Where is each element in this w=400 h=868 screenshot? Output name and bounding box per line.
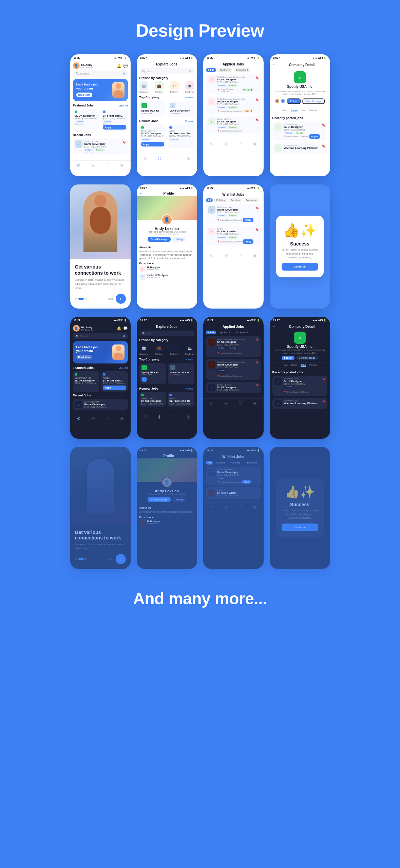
- profile-nav[interactable]: ◉: [253, 505, 256, 509]
- home-nav[interactable]: ⊙: [210, 505, 213, 509]
- spotify-card[interactable]: ♪ Spotify USA Inc 9 Jobs open: [139, 101, 166, 117]
- explore-nav[interactable]: ◎: [224, 141, 228, 146]
- home-nav[interactable]: ⊙: [210, 401, 213, 406]
- dark-company-job-1[interactable]: ♪ Spotify USA Inc Sr. UI Designer $100 -…: [272, 376, 327, 396]
- view-all[interactable]: View All: [185, 120, 194, 122]
- company-job-1[interactable]: ♪ Spotify USA Inc Sr. UI Designer $100 -…: [272, 121, 327, 141]
- tab-jobs[interactable]: Jobs: [301, 109, 306, 112]
- back-icon[interactable]: ←: [272, 62, 277, 66]
- explore-nav[interactable]: ◎: [91, 416, 95, 421]
- featured-job-1[interactable]: Sr. UX Designer $100 - $12,000/Mont Full…: [73, 109, 100, 131]
- wishlist-job-1[interactable]: V Valve Corporation Game Developer $100 …: [206, 204, 261, 224]
- explore-nav[interactable]: ◎: [158, 156, 161, 161]
- search-bar[interactable]: 🔍 Search...: [139, 331, 194, 336]
- follow-button-dark[interactable]: Follow: [282, 356, 294, 360]
- tab-applied[interactable]: Applied 9: [217, 68, 232, 72]
- featured-job-dark-1[interactable]: Spotify USA Inc Sr. UX Designer $100 - $…: [73, 371, 100, 392]
- tab-freelance[interactable]: Freelance: [244, 461, 259, 465]
- tab-post[interactable]: Post: [283, 364, 287, 367]
- search-bar[interactable]: 🔍 Search... ⚙: [73, 333, 128, 339]
- spotify-card-dark[interactable]: Spotify USA Inc 9 Jobs open ✓: [139, 363, 166, 384]
- cat-company[interactable]: 🏢 Company: [139, 343, 148, 355]
- cat-freelance[interactable]: 💻 Freelance: [185, 343, 194, 355]
- tab-all[interactable]: All 38: [206, 68, 216, 72]
- home-nav[interactable]: ⊙: [210, 253, 213, 258]
- cat-fulltime[interactable]: 💼 Full time: [155, 343, 164, 355]
- bookmark-dark[interactable]: 🔖: [256, 338, 259, 355]
- category-freelance[interactable]: 💻 Freelance: [185, 81, 194, 93]
- notification-icon[interactable]: 🔔: [117, 64, 121, 68]
- bookmark-icon[interactable]: 🔖: [322, 144, 325, 148]
- saved-nav[interactable]: ♡: [106, 163, 109, 167]
- remote-job-1[interactable]: Spotify USA Inc Sr. UX Designer $100 - $…: [139, 124, 166, 148]
- bookmark-icon[interactable]: 🔖: [255, 118, 259, 121]
- saved-nav[interactable]: ♡: [106, 416, 109, 421]
- tab-parttime[interactable]: Parttime: [229, 461, 242, 465]
- hiring-button[interactable]: Hiring: [172, 237, 186, 242]
- apply-btn[interactable]: Apply: [242, 480, 251, 484]
- home-nav[interactable]: ⊙: [77, 416, 80, 421]
- tab-about[interactable]: About: [291, 364, 297, 367]
- back-icon[interactable]: ←: [272, 324, 277, 329]
- send-message-button[interactable]: Send Message: [148, 237, 171, 242]
- bookmark-dark[interactable]: 🔖: [256, 361, 259, 378]
- view-all[interactable]: View All: [119, 367, 128, 369]
- apply-button[interactable]: Apply: [103, 125, 126, 130]
- notification-icon[interactable]: 🔔: [117, 326, 121, 331]
- featured-view-all[interactable]: View All: [119, 104, 128, 107]
- bookmark-icon[interactable]: 🔖: [255, 228, 259, 231]
- apply-button[interactable]: Apply: [141, 142, 165, 146]
- featured-job-2[interactable]: Sr. Front-end D. $100 - $12,000/Mont Ful…: [101, 109, 128, 131]
- view-all[interactable]: View All: [185, 96, 194, 99]
- tab-accepted[interactable]: Accepted 9: [234, 331, 250, 334]
- dark-wishlist-job-1[interactable]: V Valve Corporation Game Developer $100 …: [206, 467, 261, 486]
- applied-job-2[interactable]: N Netflix Streaming Services, Inc. Game …: [206, 96, 261, 114]
- chat-icon[interactable]: 💬: [123, 64, 128, 68]
- applied-job-1[interactable]: N Netflix Streaming Services, Inc. Sr. U…: [206, 74, 261, 94]
- filter-icon[interactable]: ⚙: [122, 334, 125, 338]
- tab-all[interactable]: All: [206, 461, 213, 465]
- category-fulltime[interactable]: 💼 Full time: [155, 81, 164, 93]
- home-nav[interactable]: ⊙: [144, 156, 147, 161]
- apply-button[interactable]: Apply: [243, 239, 253, 244]
- home-nav[interactable]: ⊙: [77, 163, 80, 167]
- dark-wishlist-job-2[interactable]: N Netflix Sr. Copy Writer $100 - $12,000…: [206, 487, 261, 499]
- profile-nav[interactable]: ◉: [253, 141, 256, 146]
- featured-job-dark-2[interactable]: Adobe Sr. Front-end D. $100 - $12,000/Mo…: [101, 371, 128, 392]
- explore-nav[interactable]: ◎: [224, 505, 228, 509]
- next-button[interactable]: ›: [116, 294, 126, 304]
- chat-icon[interactable]: 💬: [123, 326, 128, 331]
- view-all[interactable]: View All: [185, 358, 194, 361]
- tab-about[interactable]: About: [291, 109, 298, 112]
- company-job-2[interactable]: ♪ Spotify USA Inc Machine Learning Platf…: [272, 142, 327, 154]
- search-bar[interactable]: 🔍 Search... ⚙: [73, 71, 128, 77]
- hiring-dark[interactable]: Hiring: [172, 497, 186, 502]
- dark-applied-job-3[interactable]: ♪ Spotify USA Inc Sr. UI Designer $100 -…: [206, 382, 261, 393]
- remote-job-dark-2[interactable]: Adobe Sr. Front-end De $100 - $13,000/Mo…: [168, 392, 194, 407]
- remote-job-2[interactable]: Adobe Sr. Front-end De $100 - $13,000/Mo…: [168, 124, 194, 148]
- tab-freelance[interactable]: Freelance: [244, 198, 259, 202]
- apply-btn[interactable]: Apply: [309, 134, 320, 139]
- next-button-dark[interactable]: ›: [116, 554, 126, 564]
- search-bar[interactable]: 🔍 Search... ⚙: [139, 68, 194, 74]
- explore-nav[interactable]: ◎: [224, 401, 228, 406]
- read-more-button[interactable]: Read More: [76, 93, 93, 97]
- tab-all[interactable]: All: [206, 198, 213, 202]
- bookmark-icon[interactable]: 🔖: [122, 140, 126, 144]
- tab-fulltime[interactable]: Fulltime: [214, 198, 227, 202]
- profile-nav[interactable]: ◉: [253, 253, 256, 258]
- valve-card[interactable]: V Valve Corporation 5 Jobs open: [168, 101, 194, 117]
- home-nav[interactable]: ⊙: [144, 414, 147, 419]
- skip-text[interactable]: Skip: [108, 297, 114, 300]
- skip-btn[interactable]: Skip: [108, 558, 114, 561]
- profile-nav[interactable]: ◉: [187, 414, 190, 419]
- continue-button-dark[interactable]: Continue: [282, 524, 318, 531]
- valve-card-dark[interactable]: Valve Corporation 5 Jobs open: [168, 363, 194, 384]
- send-msg-dark[interactable]: Send Message: [148, 497, 171, 502]
- explore-nav[interactable]: ◎: [224, 253, 228, 258]
- apply-button[interactable]: Apply: [103, 386, 126, 390]
- bookmark-dark[interactable]: 🔖: [256, 384, 259, 391]
- category-parttime[interactable]: ⏱ Part time: [170, 81, 179, 93]
- back-icon[interactable]: ←: [139, 191, 143, 195]
- explore-nav[interactable]: ◎: [91, 163, 95, 167]
